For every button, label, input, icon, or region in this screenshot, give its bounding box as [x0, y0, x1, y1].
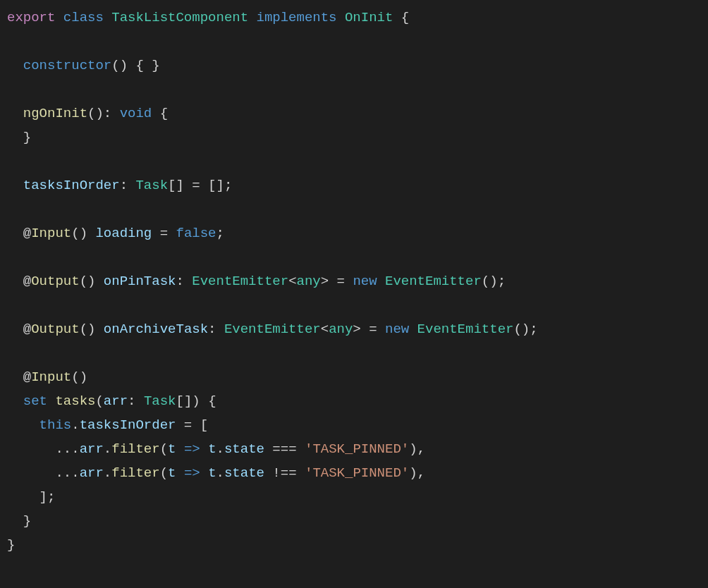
- parens: (): [71, 369, 87, 385]
- keyword-new: new: [385, 321, 409, 337]
- type-any: any: [329, 321, 353, 337]
- param: t: [208, 441, 216, 457]
- keyword-this: this: [39, 417, 72, 433]
- parens: (): [80, 321, 96, 337]
- paren-open: (: [160, 465, 168, 481]
- keyword-class: class: [63, 10, 104, 25]
- code-line: ];: [7, 489, 55, 505]
- code-line: this.tasksInOrder = [: [7, 417, 208, 433]
- decorator-output: Output: [31, 321, 79, 337]
- property-ref: state: [224, 441, 264, 457]
- semicolon: ;: [224, 178, 232, 193]
- literal-false: false: [176, 226, 216, 241]
- operator-neq: !==: [272, 465, 296, 481]
- dot: .: [104, 465, 111, 481]
- comma: ,: [417, 465, 425, 481]
- paren-open: (: [160, 441, 168, 457]
- spread: ...: [55, 441, 79, 457]
- code-line: @Output() onPinTask: EventEmitter<any> =…: [7, 274, 506, 289]
- constructor-type: EventEmitter: [417, 321, 514, 337]
- code-line: export class TaskListComponent implement…: [7, 10, 409, 25]
- param: t: [208, 465, 216, 481]
- at-sign: @: [23, 321, 31, 337]
- parens: (): [71, 226, 87, 241]
- brace-close: }: [23, 130, 31, 145]
- type-name: EventEmitter: [192, 274, 288, 289]
- equals: =: [160, 226, 168, 241]
- param: t: [168, 441, 176, 457]
- type-any: any: [297, 274, 321, 289]
- comma: ,: [417, 441, 425, 457]
- angle-open: <: [321, 321, 329, 337]
- dot: .: [104, 441, 111, 457]
- colon: :: [176, 274, 183, 289]
- dot: .: [216, 465, 224, 481]
- brace-close: }: [7, 537, 15, 553]
- code-line: }: [7, 130, 31, 145]
- colon: :: [104, 106, 111, 121]
- decorator-input: Input: [31, 226, 71, 241]
- equals: =: [337, 274, 345, 289]
- code-line: ...arr.filter(t => t.state !== 'TASK_PIN…: [7, 465, 425, 481]
- setter-name: tasks: [55, 393, 95, 409]
- property-ref: tasksInOrder: [80, 417, 176, 433]
- keyword-set: set: [23, 393, 47, 409]
- property-name: loading: [95, 226, 152, 241]
- interface-name: OnInit: [345, 10, 393, 25]
- class-name: TaskListComponent: [111, 10, 248, 25]
- param-name: arr: [104, 393, 128, 409]
- equals: =: [184, 417, 192, 433]
- colon: :: [208, 321, 216, 337]
- at-sign: @: [23, 369, 31, 385]
- paren-close: ): [192, 393, 200, 409]
- var-ref: arr: [80, 465, 104, 481]
- constructor-type: EventEmitter: [385, 274, 482, 289]
- code-line: constructor() { }: [7, 58, 160, 73]
- colon: :: [120, 178, 128, 193]
- brace-open: {: [160, 106, 168, 121]
- type-name: Task: [144, 393, 176, 409]
- keyword-export: export: [7, 10, 55, 25]
- arrow: =>: [184, 441, 200, 457]
- code-line: @Input() loading = false;: [7, 226, 224, 241]
- dot: .: [216, 441, 224, 457]
- type-name: EventEmitter: [224, 321, 321, 337]
- operator-eq: ===: [272, 441, 296, 457]
- angle-open: <: [288, 274, 296, 289]
- constructor-keyword: constructor: [23, 58, 111, 73]
- bracket-open: [: [200, 417, 208, 433]
- type-name: Task: [135, 178, 168, 193]
- parens: (): [111, 58, 128, 73]
- at-sign: @: [23, 226, 31, 241]
- var-ref: arr: [80, 441, 104, 457]
- code-line: ...arr.filter(t => t.state === 'TASK_PIN…: [7, 441, 425, 457]
- param: t: [168, 465, 176, 481]
- code-editor[interactable]: export class TaskListComponent implement…: [0, 0, 708, 563]
- brace-open: {: [208, 393, 216, 409]
- array-literal: []: [208, 178, 224, 193]
- angle-close: >: [353, 321, 360, 337]
- brace-open: {: [401, 10, 409, 25]
- method-filter: filter: [111, 441, 159, 457]
- code-line: set tasks(arr: Task[]) {: [7, 393, 216, 409]
- string-literal: 'TASK_PINNED': [305, 441, 409, 457]
- semicolon: ;: [216, 226, 224, 241]
- decorator-output: Output: [31, 274, 79, 289]
- paren-close: ): [409, 441, 417, 457]
- arrow: =>: [184, 465, 200, 481]
- parens: (): [80, 274, 96, 289]
- string-literal: 'TASK_PINNED': [305, 465, 409, 481]
- array-brackets: []: [176, 393, 193, 409]
- paren-close: ): [409, 465, 417, 481]
- spread: ...: [55, 465, 79, 481]
- keyword-implements: implements: [257, 10, 337, 25]
- code-line: @Input(): [7, 369, 87, 385]
- at-sign: @: [23, 274, 31, 289]
- property-name: onArchiveTask: [104, 321, 208, 337]
- colon: :: [128, 393, 135, 409]
- keyword-new: new: [353, 274, 377, 289]
- semicolon: ;: [47, 489, 55, 505]
- code-line: tasksInOrder: Task[] = [];: [7, 178, 232, 193]
- code-line: }: [7, 513, 31, 529]
- property-name: onPinTask: [104, 274, 176, 289]
